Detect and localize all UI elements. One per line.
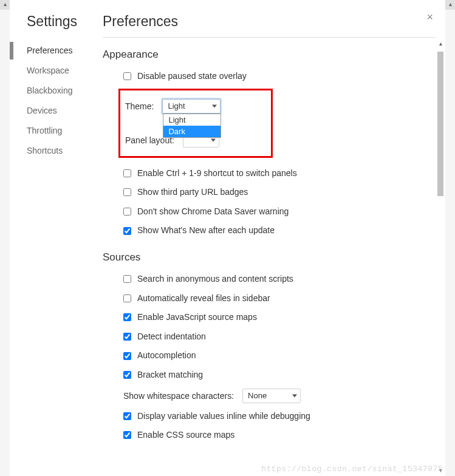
label-bracket: Bracket matching — [137, 369, 203, 381]
scroll-up-icon[interactable]: ▴ — [445, 0, 455, 10]
label-reveal-files: Automatically reveal files in sidebar — [137, 293, 270, 305]
label-var-inline: Display variable values inline while deb… — [137, 410, 310, 423]
label-detect-indent: Detect indentation — [137, 331, 206, 343]
sidebar-item-preferences[interactable]: Preferences — [10, 41, 98, 61]
whitespace-selected-value: None — [248, 391, 267, 400]
close-icon[interactable]: × — [426, 11, 433, 24]
setting-whitespace: Show whitespace characters: None — [103, 385, 436, 407]
chevron-down-icon — [292, 394, 297, 397]
setting-disable-paused: Disable paused state overlay — [103, 67, 436, 86]
section-appearance-title: Appearance — [103, 49, 436, 61]
setting-bracket: Bracket matching — [103, 365, 436, 385]
theme-selected-value: Light — [168, 101, 185, 110]
settings-title: Settings — [27, 13, 98, 30]
checkbox-data-saver[interactable] — [123, 208, 131, 216]
checkbox-detect-indent[interactable] — [123, 333, 131, 341]
setting-whats-new: Show What's New after each update — [103, 221, 436, 240]
whitespace-select[interactable]: None — [242, 389, 301, 403]
label-css-maps: Enable CSS source maps — [137, 429, 234, 441]
checkbox-whats-new[interactable] — [123, 227, 131, 235]
label-search-anon: Search in anonymous and content scripts — [137, 273, 293, 285]
theme-select[interactable]: Light Light Dark — [162, 99, 221, 114]
preferences-panel: × Preferences ▴ ▾ Appearance Disable pau… — [98, 0, 445, 476]
label-data-saver: Don't show Chrome Data Saver warning — [137, 206, 289, 218]
setting-autocomplete: Autocompletion — [103, 346, 436, 365]
setting-ctrl-shortcut: Enable Ctrl + 1-9 shortcut to switch pan… — [103, 164, 436, 183]
checkbox-reveal-files[interactable] — [123, 294, 131, 302]
checkbox-bracket[interactable] — [123, 371, 131, 379]
outer-scrollbar-right[interactable]: ▴ — [445, 0, 455, 476]
label-third-party: Show third party URL badges — [137, 186, 248, 199]
setting-js-maps: Enable JavaScript source maps — [103, 308, 436, 327]
outer-scrollbar-left[interactable]: ▴ — [0, 0, 10, 476]
sidebar-item-workspace[interactable]: Workspace — [10, 61, 98, 81]
checkbox-autocomplete[interactable] — [123, 352, 131, 360]
theme-option-dark[interactable]: Dark — [163, 126, 221, 137]
scroll-up-icon[interactable]: ▴ — [436, 39, 445, 49]
sidebar-item-shortcuts[interactable]: Shortcuts — [10, 141, 98, 161]
checkbox-search-anon[interactable] — [123, 275, 131, 283]
setting-detect-indent: Detect indentation — [103, 327, 436, 347]
setting-search-anon: Search in anonymous and content scripts — [103, 270, 436, 289]
theme-label: Theme: — [125, 101, 154, 111]
theme-dropdown: Light Dark — [163, 114, 221, 138]
content-scrollbar[interactable]: ▴ ▾ — [436, 39, 445, 476]
settings-sidebar: Settings Preferences Workspace Blackboxi… — [10, 0, 98, 476]
sidebar-item-devices[interactable]: Devices — [10, 101, 98, 121]
setting-var-inline: Display variable values inline while deb… — [103, 407, 436, 426]
setting-third-party: Show third party URL badges — [103, 183, 436, 202]
theme-option-light[interactable]: Light — [163, 114, 221, 126]
setting-css-maps: Enable CSS source maps — [103, 426, 436, 445]
chevron-down-icon — [212, 104, 217, 107]
section-sources-title: Sources — [103, 251, 436, 264]
setting-data-saver: Don't show Chrome Data Saver warning — [103, 202, 436, 222]
sidebar-item-blackboxing[interactable]: Blackboxing — [10, 81, 98, 101]
setting-reveal-files: Automatically reveal files in sidebar — [103, 289, 436, 308]
scroll-up-icon[interactable]: ▴ — [0, 0, 10, 10]
checkbox-disable-paused[interactable] — [123, 72, 131, 80]
checkbox-ctrl-shortcut[interactable] — [123, 169, 131, 177]
watermark-text: https://blog.csdn.net/sinat_15347975 — [261, 464, 443, 474]
theme-callout: Theme: Light Light Dark Panel layout: — [118, 89, 273, 158]
scrollbar-thumb[interactable] — [437, 52, 443, 196]
label-js-maps: Enable JavaScript source maps — [137, 311, 257, 324]
whitespace-label: Show whitespace characters: — [123, 391, 234, 401]
chevron-down-icon — [211, 138, 216, 141]
label-disable-paused: Disable paused state overlay — [137, 70, 247, 83]
page-title: Preferences — [103, 13, 436, 38]
checkbox-js-maps[interactable] — [123, 313, 131, 321]
label-ctrl-shortcut: Enable Ctrl + 1-9 shortcut to switch pan… — [137, 168, 297, 180]
checkbox-css-maps[interactable] — [123, 431, 131, 439]
sidebar-item-throttling[interactable]: Throttling — [10, 121, 98, 141]
checkbox-third-party[interactable] — [123, 188, 131, 196]
label-whats-new: Show What's New after each update — [137, 225, 275, 237]
label-autocomplete: Autocompletion — [137, 350, 196, 362]
checkbox-var-inline[interactable] — [123, 412, 131, 420]
setting-theme: Theme: Light Light Dark — [120, 95, 266, 117]
